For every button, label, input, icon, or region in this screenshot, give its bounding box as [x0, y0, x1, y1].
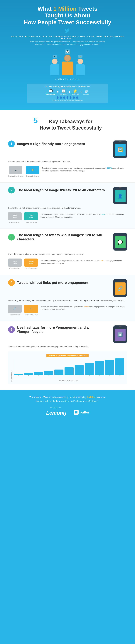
chart-area: 012345678910 NUMBER OF HASHTAGS — [13, 359, 124, 382]
comp-2-right: 20-40chars 20-40 characters — [24, 212, 38, 223]
takeaway-1-title-area: 1 Images = Significantly more engagement — [8, 140, 111, 147]
plus-sign-2: + — [80, 90, 82, 94]
takeaway-2-comparison: 60-80chars 60-80 characters 20-40chars 2… — [8, 212, 127, 223]
bar-7 — [85, 363, 94, 375]
svg-rect-2 — [75, 411, 78, 412]
bar-label-8: 8 — [99, 375, 100, 376]
takeaway-5-number: 5 — [8, 326, 15, 333]
bar-group-5: 5 — [65, 367, 74, 376]
phone-screen-4: 🔗 — [115, 282, 126, 294]
engagement-formula: 💬 ENGAGEMENT = 🔄 RETWEETS + ⭐ FAVORITES … — [31, 89, 104, 95]
comp-2-left: 60-80chars 60-80 characters — [8, 212, 22, 223]
buffer-logo-text: buffer — [80, 410, 90, 414]
takeaway-2: 2 The ideal length of image tweets: 20 t… — [0, 183, 135, 229]
speech-bubble-center: 💬 — [65, 50, 70, 54]
bar-group-2: 2 — [34, 372, 43, 376]
takeaway-4-title-area: 4 Tweets without links get more engageme… — [8, 279, 111, 286]
comp-label-1-right: Tweets with images — [26, 175, 39, 177]
footer-highlight: 1 Million — [87, 396, 95, 398]
comp-text-1: Tweets that include images receive signi… — [42, 166, 127, 172]
takeaway-3-title-area: 3 The ideal length of tweets w/out image… — [8, 233, 111, 241]
takeaway-3-header: 3 The ideal length of tweets w/out image… — [8, 233, 127, 250]
takeaway-1-number: 1 — [8, 140, 15, 147]
takeaway-1-phone: 🖼️ — [113, 140, 127, 158]
retweet-icon: 🔄 — [62, 89, 66, 93]
logo-buffer[interactable]: buffer — [74, 410, 90, 415]
engagement-icon: 💬 — [49, 89, 53, 93]
engagement-label: IN THIS STUDY, WE DEFINE ENGAGEMENT AS: — [31, 86, 104, 88]
comp-label-4-right: Tweets without links — [24, 314, 38, 316]
phone-screen-1: 🖼️ — [115, 144, 126, 156]
bar-group-6: 6 — [75, 365, 84, 376]
comp-text-2: For tweets that include images, shorter … — [40, 212, 127, 219]
bar-label-0: 0 — [18, 375, 19, 376]
logo-lemonly-area: CREATED BY Lemonly — [45, 407, 66, 418]
bar-group-3: 3 — [44, 371, 53, 376]
speech-bubble-left: 📱 — [53, 55, 57, 58]
favorite-icon: ⭐ — [73, 89, 77, 93]
takeaway-2-phone: 👤 — [113, 187, 127, 204]
bar-label-6: 6 — [79, 375, 80, 376]
bar-1 — [24, 373, 33, 375]
comp-box-gray-2: 60-80chars — [8, 212, 22, 220]
phone-icon-4: 🔗 — [118, 286, 123, 291]
takeaway-4-comparison: 🔗 Tweets with links 🔗 Tweets without lin… — [8, 305, 127, 316]
comp-label-1-left: Tweets without images — [8, 175, 23, 177]
takeaway-5-desc: Tweets with more hashtags tend to receiv… — [8, 345, 127, 348]
comp-box-gray-4: 🔗 — [8, 305, 22, 313]
takeaway-1-comparison: 📷 Tweets without images 🖼️ Tweets with i… — [8, 166, 127, 177]
section-title: Key Takeaways for How to Tweet Successfu… — [40, 118, 102, 131]
bar-group-10: 10 — [115, 358, 124, 376]
created-by-label: CREATED BY — [45, 407, 66, 408]
bar-0 — [14, 374, 23, 375]
comp-box-gray-1: 📷 — [9, 166, 22, 174]
comp-label-4-left: Tweets with links — [9, 314, 20, 316]
footer-logos: CREATED BY Lemonly buffer — [8, 407, 127, 418]
bar-6 — [75, 365, 84, 375]
comp-label-3-right: 120-140 characters — [25, 268, 37, 269]
takeaway-4: 4 Tweets without links get more engageme… — [0, 275, 135, 322]
bar-group-9: 9 — [105, 360, 114, 376]
twitter-bird-icon — [64, 28, 71, 33]
comp-box-orange-3: 120-140chars — [24, 258, 38, 267]
header-description: Now we're happy to share the quantitativ… — [30, 40, 105, 46]
takeaway-5-title-area: 5 Use hashtags for more #engagement and … — [8, 326, 111, 334]
bar-label-9: 9 — [109, 375, 110, 376]
takeaway-1-desc: Pictures are worth a thousand words. Twe… — [8, 160, 127, 163]
comp-label-2-left: 60-80 characters — [9, 222, 20, 223]
takeaway-2-number: 2 — [8, 187, 15, 194]
svg-text:Lemonly: Lemonly — [46, 410, 66, 416]
takeaway-5-header: 5 Use hashtags for more #engagement and … — [8, 326, 127, 343]
bar-label-4: 4 — [59, 375, 59, 376]
bar-5 — [65, 367, 74, 375]
bar-group-1: 1 — [24, 373, 33, 376]
chart-x-label: NUMBER OF HASHTAGS — [13, 380, 124, 382]
takeaway-5-title: Use hashtags for more #engagement and a … — [17, 326, 111, 334]
comp-4-right: 🔗 Tweets without links — [24, 305, 38, 316]
bar-group-4: 4 — [54, 370, 63, 376]
phone-icon-2: 👤 — [118, 194, 123, 198]
bar-9 — [105, 360, 114, 375]
footer-text: The science of Twitter is always evolvin… — [27, 396, 108, 403]
stat-4: 28.9% — [84, 306, 89, 308]
header-section: What 1 Million Tweets Taught Us About Ho… — [0, 0, 135, 110]
bar-group-0: 0 — [14, 374, 23, 376]
takeaway-1-header: 1 Images = Significantly more engagement… — [8, 140, 127, 158]
stat-2: 58% — [102, 213, 105, 215]
comp-1-right: 🖼️ Tweets with images — [26, 166, 39, 177]
phone-screen-2: 👤 — [115, 190, 126, 202]
stat-1: 22.8% — [107, 167, 112, 169]
bar-2 — [34, 372, 43, 375]
comp-box-blue-1: 🖼️ — [26, 166, 39, 174]
bar-group-7: 7 — [85, 363, 94, 376]
takeaway-4-desc: Links are great for driving people to co… — [8, 299, 127, 302]
plus-sign-1: + — [69, 90, 70, 94]
logo-lemonly[interactable]: Lemonly — [45, 408, 66, 418]
comp-1-left: 📷 Tweets without images — [8, 166, 23, 177]
phone-icon-5: #️⃣ — [118, 332, 123, 337]
takeaway-4-header: 4 Tweets without links get more engageme… — [8, 279, 127, 297]
person-center: 💬 — [62, 50, 73, 75]
bar-3 — [44, 371, 53, 375]
header-subtitle: GIVEN ONLY 140 CHARACTERS, HOW CAN YOU M… — [11, 35, 124, 39]
comp-text-3: For tweets without images, longer tweets… — [40, 258, 127, 265]
